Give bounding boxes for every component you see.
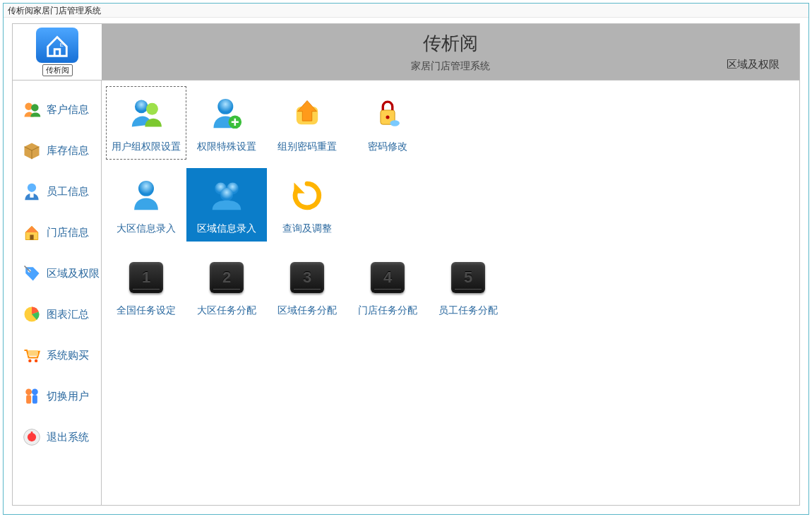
sidebar-item-label: 门店信息 xyxy=(47,226,89,239)
sidebar: 客户信息库存信息员工信息门店信息区域及权限图表汇总系统购买切换用户退出系统 xyxy=(13,81,102,505)
store-icon xyxy=(21,222,42,243)
tile-2-2[interactable]: 3区域任务分配 xyxy=(267,250,347,323)
person-icon xyxy=(127,169,165,222)
svg-rect-18 xyxy=(31,431,33,436)
svg-point-3 xyxy=(28,184,36,192)
sidebar-item-label: 退出系统 xyxy=(47,431,89,444)
hdd: 3 xyxy=(290,251,324,304)
tile-label: 员工任务分配 xyxy=(438,304,498,317)
svg-point-21 xyxy=(217,99,233,114)
hdd-icon: 2 xyxy=(210,262,244,293)
svg-point-14 xyxy=(32,389,38,395)
tile-label: 大区任务分配 xyxy=(197,304,256,317)
tile-label: 区域信息录入 xyxy=(197,222,256,235)
sidebar-item-label: 系统购买 xyxy=(47,349,89,362)
app-window: 传析阅家居门店管理系统 E 传析阅 传析阅 家居门店管理系统 区域及权限 客户信… xyxy=(3,3,809,515)
sidebar-item-label: 客户信息 xyxy=(47,103,89,117)
tile-0-1[interactable]: 权限特殊设置 xyxy=(186,86,267,160)
app-subtitle: 家居门店管理系统 xyxy=(411,60,490,73)
tile-1-1[interactable]: 区域信息录入 xyxy=(186,168,267,242)
tile-0-2[interactable]: 组别密码重置 xyxy=(267,86,347,160)
sidebar-item-7[interactable]: 切换用户 xyxy=(13,376,101,417)
svg-point-27 xyxy=(138,181,154,196)
sidebar-item-1[interactable]: 库存信息 xyxy=(13,130,101,171)
hdd-icon: 1 xyxy=(129,262,163,293)
exit-icon xyxy=(21,427,42,448)
user-add-icon xyxy=(208,87,246,141)
hdd: 1 xyxy=(129,251,163,304)
tile-2-4[interactable]: 5员工任务分配 xyxy=(428,250,508,323)
refresh-icon xyxy=(288,169,326,222)
cart-icon xyxy=(21,345,42,366)
svg-point-1 xyxy=(25,102,32,110)
svg-rect-4 xyxy=(30,193,33,198)
header-banner: E 传析阅 传析阅 家居门店管理系统 区域及权限 xyxy=(13,24,799,81)
svg-point-12 xyxy=(25,389,32,395)
svg-point-20 xyxy=(146,103,158,115)
tile-2-3[interactable]: 4门店任务分配 xyxy=(347,250,428,323)
svg-rect-5 xyxy=(30,235,33,240)
sidebar-item-4[interactable]: 区域及权限 xyxy=(13,253,101,294)
hdd: 4 xyxy=(371,251,405,304)
switch-user-icon xyxy=(21,386,42,407)
svg-rect-13 xyxy=(26,395,31,403)
tile-label: 权限特殊设置 xyxy=(197,141,256,153)
header-center: 传析阅 家居门店管理系统 区域及权限 xyxy=(102,24,799,80)
users-icon xyxy=(21,99,42,120)
tile-1-0[interactable]: 大区信息录入 xyxy=(106,168,186,242)
sidebar-item-3[interactable]: 门店信息 xyxy=(13,212,101,253)
chart-icon xyxy=(21,304,42,325)
svg-point-19 xyxy=(135,100,148,114)
tile-label: 大区信息录入 xyxy=(117,222,176,235)
hdd-icon: 3 xyxy=(290,262,324,293)
tile-0-3[interactable]: 密码修改 xyxy=(347,86,428,160)
svg-point-26 xyxy=(390,120,400,126)
group-perm-icon xyxy=(127,87,165,141)
hdd-icon: 4 xyxy=(371,262,405,293)
svg-point-25 xyxy=(386,116,389,119)
tile-row-0: 用户组权限设置权限特殊设置组别密码重置密码修改 xyxy=(106,86,795,160)
tile-1-2[interactable]: 查询及调整 xyxy=(267,168,347,242)
sidebar-item-6[interactable]: 系统购买 xyxy=(13,335,101,376)
employee-icon xyxy=(21,181,42,202)
tile-label: 区域任务分配 xyxy=(277,304,337,317)
svg-point-10 xyxy=(35,359,37,362)
svg-point-30 xyxy=(220,188,234,201)
logo-text: 传析阅 xyxy=(42,64,73,76)
tile-label: 门店任务分配 xyxy=(358,304,417,317)
logo-icon: E xyxy=(36,28,78,63)
tile-0-0[interactable]: 用户组权限设置 xyxy=(106,86,186,160)
svg-rect-15 xyxy=(32,395,37,403)
tag-icon xyxy=(21,263,42,284)
section-title: 区域及权限 xyxy=(727,58,780,71)
svg-text:E: E xyxy=(60,42,64,48)
tile-2-0[interactable]: 1全国任务设定 xyxy=(106,250,186,323)
app-title: 传析阅 xyxy=(423,31,478,56)
group-icon xyxy=(208,169,246,222)
tile-label: 组别密码重置 xyxy=(277,141,337,153)
sidebar-item-label: 切换用户 xyxy=(47,390,89,403)
svg-point-9 xyxy=(28,359,31,362)
window-title: 传析阅家居门店管理系统 xyxy=(4,4,808,18)
svg-point-2 xyxy=(31,104,39,112)
tile-label: 查询及调整 xyxy=(282,222,332,235)
box-icon xyxy=(21,140,42,161)
arrow-up-icon xyxy=(288,87,326,141)
sidebar-item-2[interactable]: 员工信息 xyxy=(13,171,101,212)
sidebar-item-5[interactable]: 图表汇总 xyxy=(13,294,101,335)
tile-row-2: 1全国任务设定2大区任务分配3区域任务分配4门店任务分配5员工任务分配 xyxy=(106,250,795,323)
tile-2-1[interactable]: 2大区任务分配 xyxy=(186,250,267,323)
hdd: 2 xyxy=(210,251,244,304)
sidebar-item-0[interactable]: 客户信息 xyxy=(13,89,101,130)
sidebar-item-label: 区域及权限 xyxy=(47,267,100,280)
hdd-icon: 5 xyxy=(451,262,485,293)
tile-label: 用户组权限设置 xyxy=(112,141,181,153)
sidebar-item-8[interactable]: 退出系统 xyxy=(13,417,101,458)
hdd: 5 xyxy=(451,251,485,304)
logo-box: E 传析阅 xyxy=(13,24,102,80)
sidebar-item-label: 库存信息 xyxy=(47,144,89,157)
sidebar-item-label: 图表汇总 xyxy=(47,308,89,321)
svg-rect-11 xyxy=(28,350,38,356)
tile-label: 全国任务设定 xyxy=(117,304,176,317)
lock-icon xyxy=(369,87,407,141)
